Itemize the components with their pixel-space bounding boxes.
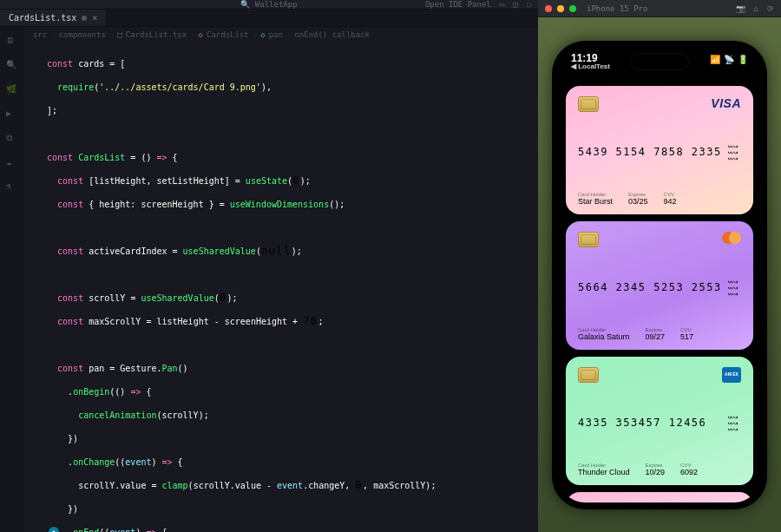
ide-titlebar: 🔍 WalletApp Open IDE Panel ▭ ◫ ☐ xyxy=(0,0,538,10)
status-back-to[interactable]: ◀ LocalTest xyxy=(571,63,610,71)
layout-panel-icon[interactable]: ☐ xyxy=(527,0,531,9)
chip-icon xyxy=(578,367,599,383)
layout-icon[interactable]: ▭ xyxy=(500,0,504,9)
device-screen[interactable]: 11:19 ◀ LocalTest 📶 📡 🔋 xyxy=(559,48,760,502)
activity-bar: 🗎 🔍 🌿 ▶ ⧉ ☁ ⚗ 👤 ⚙ xyxy=(0,27,24,532)
explorer-icon[interactable]: 🗎 xyxy=(6,36,18,48)
wifi-icon: 📡 xyxy=(724,55,734,64)
device-label: iPhone 15 Pro xyxy=(587,4,647,13)
chip-icon xyxy=(578,232,599,247)
remote-icon[interactable]: ☁ xyxy=(6,157,18,169)
traffic-max-icon[interactable] xyxy=(569,5,576,12)
tab-label: CardsList.tsx xyxy=(9,13,76,23)
gutter-action-icon[interactable]: ✦ xyxy=(49,527,59,533)
open-ide-panel-link[interactable]: Open IDE Panel xyxy=(425,0,491,9)
cvv-value: 6092 xyxy=(680,468,698,476)
traffic-close-icon[interactable] xyxy=(545,5,552,12)
tab-modified-dot xyxy=(82,16,87,21)
dynamic-island xyxy=(630,53,689,70)
simulator-toolbar: iPhone 15 Pro 📷 ⌂ ⟳ xyxy=(538,0,781,17)
iphone-frame: 11:19 ◀ LocalTest 📶 📡 🔋 xyxy=(552,41,767,509)
cvv-label: CVV xyxy=(680,463,698,468)
battery-icon: 🔋 xyxy=(738,55,748,64)
brand-logo: VISA xyxy=(711,96,741,110)
close-tab-icon[interactable]: × xyxy=(92,13,97,23)
crumb-src[interactable]: src xyxy=(33,30,47,39)
debug-icon[interactable]: ▶ xyxy=(6,108,18,121)
signal-icon: 📶 xyxy=(710,55,720,64)
nfc-icon: ⸾⸾⸾ xyxy=(725,142,739,161)
credit-card[interactable]: VISA xyxy=(566,492,753,502)
rotate-icon[interactable]: ⟳ xyxy=(767,4,774,13)
crumb-callback[interactable]: onEnd() callback xyxy=(294,30,370,39)
chip-icon xyxy=(578,96,599,112)
cvv-label: CVV xyxy=(664,192,677,197)
crumb-symbol1[interactable]: CardsList xyxy=(207,30,249,39)
cvv-value: 942 xyxy=(664,197,677,206)
crumb-components[interactable]: components xyxy=(59,30,106,39)
brand-logo: AM EX xyxy=(722,367,741,383)
search-icon[interactable]: 🔍 xyxy=(6,60,18,72)
extensions-icon[interactable]: ⧉ xyxy=(6,133,18,145)
git-icon[interactable]: 🌿 xyxy=(6,84,18,96)
traffic-min-icon[interactable] xyxy=(557,5,564,12)
credit-card[interactable]: 5664 2345 5253 2553 ⸾⸾⸾ Card HolderGalax… xyxy=(566,221,753,350)
card-number: 5664 2345 5253 2553 xyxy=(578,281,722,293)
screenshot-icon[interactable]: 📷 xyxy=(736,4,745,13)
holder-label: Card Holder xyxy=(578,463,630,468)
titlebar-search[interactable]: 🔍 WalletApp xyxy=(240,0,297,9)
simulator-pane: iPhone 15 Pro 📷 ⌂ ⟳ 11:19 ◀ LocalTest 📶 … xyxy=(538,0,781,532)
crumb-pan[interactable]: pan xyxy=(269,30,283,39)
exp-value: 03/25 xyxy=(628,197,648,206)
cvv-value: 517 xyxy=(680,332,693,341)
ide-window: 🔍 WalletApp Open IDE Panel ▭ ◫ ☐ CardsLi… xyxy=(0,0,538,532)
nfc-icon: ⸾⸾⸾ xyxy=(725,413,739,431)
code-area[interactable]: const cards = [ require('../../assets/ca… xyxy=(24,43,538,532)
testing-icon[interactable]: ⚗ xyxy=(6,181,18,194)
editor-pane[interactable]: src› components› ⬚CardsList.tsx› ◇CardsL… xyxy=(24,27,538,532)
holder-label: Card Holder xyxy=(578,192,613,197)
cvv-label: CVV xyxy=(680,327,693,332)
holder-value: Star Burst xyxy=(578,197,613,206)
brand-logo xyxy=(722,232,741,244)
exp-label: Expires xyxy=(646,463,666,468)
card-number: 4335 353457 12456 xyxy=(578,417,706,429)
card-number: 5439 5154 7858 2335 xyxy=(578,146,722,158)
device-wrapper: 11:19 ◀ LocalTest 📶 📡 🔋 xyxy=(538,17,781,532)
breadcrumb[interactable]: src› components› ⬚CardsList.tsx› ◇CardsL… xyxy=(24,27,538,43)
credit-card[interactable]: AM EX 4335 353457 12456 ⸾⸾⸾ Card HolderT… xyxy=(566,357,753,485)
credit-card[interactable]: VISA 5439 5154 7858 2335 ⸾⸾⸾ Card Holder… xyxy=(566,86,753,214)
crumb-file[interactable]: CardsList.tsx xyxy=(126,30,187,39)
home-icon[interactable]: ⌂ xyxy=(754,4,758,13)
layout-split-icon[interactable]: ◫ xyxy=(513,0,517,9)
exp-value: 09/27 xyxy=(646,332,666,341)
exp-label: Expires xyxy=(628,192,648,197)
exp-label: Expires xyxy=(646,327,666,332)
holder-value: Thunder Cloud xyxy=(578,468,630,476)
holder-value: Galaxia Saturn xyxy=(578,332,630,341)
tab-bar: CardsList.tsx × xyxy=(0,10,538,27)
tab-cardslist[interactable]: CardsList.tsx × xyxy=(0,10,107,26)
device-statusbar: 11:19 ◀ LocalTest 📶 📡 🔋 xyxy=(559,48,760,82)
holder-label: Card Holder xyxy=(578,327,630,332)
nfc-icon: ⸾⸾⸾ xyxy=(725,278,739,296)
card-list[interactable]: VISA 5439 5154 7858 2335 ⸾⸾⸾ Card Holder… xyxy=(559,82,760,502)
exp-value: 10/29 xyxy=(646,468,666,476)
